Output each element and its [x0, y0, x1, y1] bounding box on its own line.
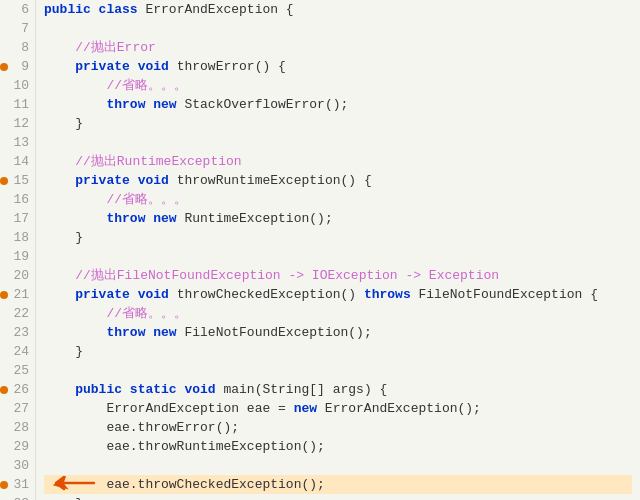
code-editor: 6789101112131415161718192021222324252627…: [0, 0, 640, 500]
token: eae.throwCheckedException();: [44, 475, 325, 494]
token: ErrorAndException eae =: [44, 399, 294, 418]
line-number-22: 22: [4, 304, 29, 323]
token: public: [75, 380, 130, 399]
code-line-20: //抛出FileNotFoundException -> IOException…: [44, 266, 632, 285]
line-number-28: 28: [4, 418, 29, 437]
line-number-24: 24: [4, 342, 29, 361]
code-line-30: [44, 456, 632, 475]
token: throws: [364, 285, 419, 304]
code-line-27: ErrorAndException eae = new ErrorAndExce…: [44, 399, 632, 418]
token: void: [184, 380, 223, 399]
code-line-19: [44, 247, 632, 266]
code-line-32: }: [44, 494, 632, 500]
token: void: [138, 171, 177, 190]
code-line-17: throw new RuntimeException();: [44, 209, 632, 228]
token: class: [99, 0, 146, 19]
code-line-21: private void throwCheckedException() thr…: [44, 285, 632, 304]
token: RuntimeException();: [184, 209, 332, 228]
token: main(String[] args) {: [223, 380, 387, 399]
token: [44, 285, 75, 304]
code-line-14: //抛出RuntimeException: [44, 152, 632, 171]
token: throwRuntimeException() {: [177, 171, 372, 190]
line-number-13: 13: [4, 133, 29, 152]
code-line-11: throw new StackOverflowError();: [44, 95, 632, 114]
line-number-31: 31: [4, 475, 29, 494]
code-line-10: //省略。。。: [44, 76, 632, 95]
token: [44, 95, 106, 114]
line-number-26: 26: [4, 380, 29, 399]
token: ErrorAndException();: [325, 399, 481, 418]
token: void: [138, 285, 177, 304]
token: throw: [106, 95, 153, 114]
code-line-22: //省略。。。: [44, 304, 632, 323]
code-line-28: eae.throwError();: [44, 418, 632, 437]
token: //抛出Error: [44, 38, 156, 57]
line-number-7: 7: [4, 19, 29, 38]
line-number-21: 21: [4, 285, 29, 304]
token: private: [75, 57, 137, 76]
line-number-15: 15: [4, 171, 29, 190]
token: new: [294, 399, 325, 418]
token: eae.throwError();: [44, 418, 239, 437]
token: [44, 57, 75, 76]
token: }: [44, 342, 83, 361]
line-number-19: 19: [4, 247, 29, 266]
token: [44, 380, 75, 399]
line-number-12: 12: [4, 114, 29, 133]
line-number-25: 25: [4, 361, 29, 380]
token: }: [44, 114, 83, 133]
code-line-25: [44, 361, 632, 380]
line-number-16: 16: [4, 190, 29, 209]
token: [44, 323, 106, 342]
token: private: [75, 171, 137, 190]
line-number-32: 32: [4, 494, 29, 500]
code-line-29: eae.throwRuntimeException();: [44, 437, 632, 456]
token: //省略。。。: [44, 304, 187, 323]
token: }: [44, 494, 83, 500]
line-number-29: 29: [4, 437, 29, 456]
token: ErrorAndException {: [145, 0, 293, 19]
token: eae.throwRuntimeException();: [44, 437, 325, 456]
code-line-24: }: [44, 342, 632, 361]
line-number-9: 9: [4, 57, 29, 76]
line-number-17: 17: [4, 209, 29, 228]
token: new: [153, 209, 184, 228]
code-line-18: }: [44, 228, 632, 247]
token: throw: [106, 323, 153, 342]
code-line-26: public static void main(String[] args) {: [44, 380, 632, 399]
code-line-31: eae.throwCheckedException();➤: [44, 475, 632, 494]
token: //抛出FileNotFoundException -> IOException…: [44, 266, 499, 285]
token: FileNotFoundException();: [184, 323, 371, 342]
token: new: [153, 323, 184, 342]
code-line-16: //省略。。。: [44, 190, 632, 209]
code-line-15: private void throwRuntimeException() {: [44, 171, 632, 190]
line-number-23: 23: [4, 323, 29, 342]
token: new: [153, 95, 184, 114]
token: [44, 171, 75, 190]
line-number-27: 27: [4, 399, 29, 418]
line-number-11: 11: [4, 95, 29, 114]
code-line-13: [44, 133, 632, 152]
token: void: [138, 57, 177, 76]
line-number-8: 8: [4, 38, 29, 57]
token: }: [44, 228, 83, 247]
token: //抛出RuntimeException: [44, 152, 242, 171]
token: private: [75, 285, 137, 304]
token: StackOverflowError();: [184, 95, 348, 114]
line-numbers: 6789101112131415161718192021222324252627…: [0, 0, 36, 500]
line-number-6: 6: [4, 0, 29, 19]
token: throwError() {: [177, 57, 286, 76]
code-line-7: [44, 19, 632, 38]
token: [44, 209, 106, 228]
token: throwCheckedException(): [177, 285, 364, 304]
token: //省略。。。: [44, 76, 187, 95]
code-line-6: public class ErrorAndException {: [44, 0, 632, 19]
code-line-12: }: [44, 114, 632, 133]
code-line-9: private void throwError() {: [44, 57, 632, 76]
token: public: [44, 0, 99, 19]
code-lines[interactable]: public class ErrorAndException { //抛出Err…: [36, 0, 640, 500]
token: throw: [106, 209, 153, 228]
line-number-20: 20: [4, 266, 29, 285]
line-number-30: 30: [4, 456, 29, 475]
code-line-8: //抛出Error: [44, 38, 632, 57]
